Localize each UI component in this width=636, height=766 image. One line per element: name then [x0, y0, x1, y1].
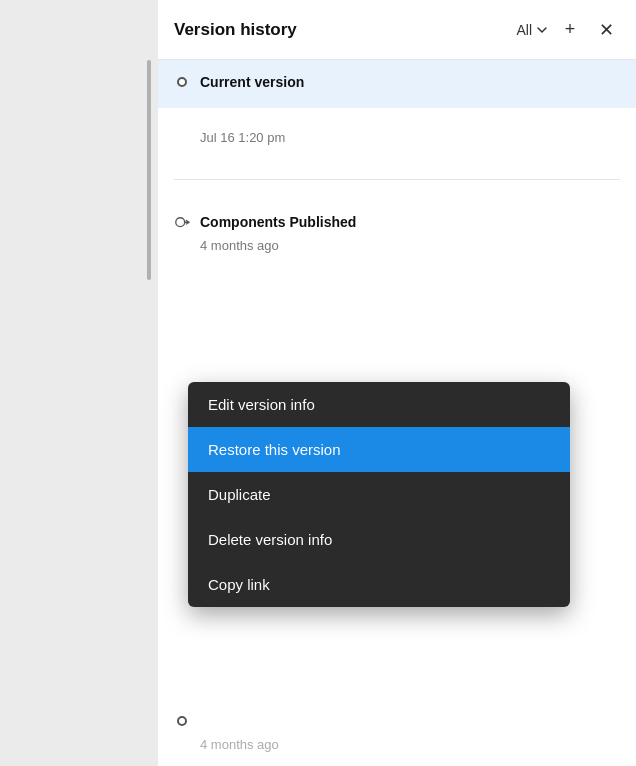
version-history-panel: Version history All + ✕ Current version	[158, 0, 636, 766]
context-menu-item-edit[interactable]: Edit version info	[188, 382, 570, 427]
version-title-current: Current version	[200, 74, 304, 90]
context-menu-item-delete[interactable]: Delete version info	[188, 517, 570, 562]
version-time-components: 4 months ago	[174, 238, 620, 253]
version-arrow-icon	[174, 214, 190, 230]
context-menu-item-copy-link[interactable]: Copy link	[188, 562, 570, 607]
version-title-components: Components Published	[200, 214, 356, 230]
close-button[interactable]: ✕	[592, 16, 620, 44]
add-icon: +	[565, 19, 576, 40]
bottom-version-time: 4 months ago	[174, 737, 620, 752]
version-item-current[interactable]: Current version	[158, 60, 636, 108]
left-panel	[0, 0, 158, 766]
arrow-circle-icon	[174, 216, 190, 228]
svg-point-0	[176, 218, 185, 227]
context-menu-item-restore[interactable]: Restore this version	[188, 427, 570, 472]
panel-title: Version history	[174, 20, 508, 40]
bottom-circle-icon	[174, 713, 190, 729]
chevron-down-icon	[536, 24, 548, 36]
add-version-button[interactable]: +	[556, 16, 584, 44]
context-menu-item-duplicate[interactable]: Duplicate	[188, 472, 570, 517]
close-icon: ✕	[599, 19, 614, 41]
version-time-jul16: Jul 16 1:20 pm	[174, 130, 620, 145]
filter-label: All	[516, 22, 532, 38]
panel-header: Version history All + ✕	[158, 0, 636, 60]
version-item-components[interactable]: Components Published 4 months ago	[158, 200, 636, 267]
scrollbar-thumb[interactable]	[147, 60, 151, 280]
bottom-version-stub: 4 months ago	[158, 699, 636, 766]
scrollbar-track[interactable]	[146, 0, 152, 766]
filter-dropdown[interactable]: All	[516, 22, 548, 38]
version-circle-icon	[174, 74, 190, 90]
context-menu: Edit version info Restore this version D…	[188, 382, 570, 607]
version-item-jul16[interactable]: Jul 16 1:20 pm	[158, 108, 636, 159]
